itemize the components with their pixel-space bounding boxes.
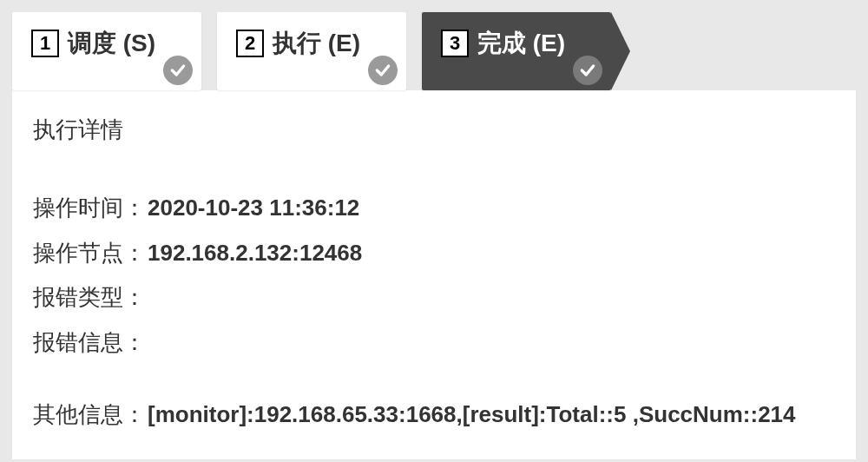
other-label: 其他信息：	[33, 397, 146, 433]
err-type-label: 报错类型：	[33, 280, 146, 316]
op-node-label: 操作节点：	[33, 235, 146, 272]
section-title: 执行详情	[33, 115, 835, 145]
op-time-label: 操作时间：	[33, 190, 146, 227]
op-time-value: 2020-10-23 11:36:12	[148, 190, 359, 227]
execution-detail-panel: 执行详情 操作时间： 2020-10-23 11:36:12 操作节点： 192…	[12, 90, 856, 459]
check-icon	[573, 56, 602, 85]
tab-label: 调度 (S)	[68, 30, 155, 57]
step-number: 1	[31, 30, 59, 57]
tab-label: 完成 (E)	[477, 30, 565, 57]
other-value: [monitor]:192.168.65.33:1668,[result]:To…	[148, 397, 796, 433]
row-err-info: 报错信息：	[33, 325, 835, 361]
tab-execute[interactable]: 2 执行 (E)	[217, 12, 406, 90]
tab-label: 执行 (E)	[273, 30, 360, 57]
step-number: 3	[441, 30, 469, 57]
row-other-info: 其他信息： [monitor]:192.168.65.33:1668,[resu…	[33, 397, 835, 433]
step-number: 2	[236, 30, 264, 57]
row-err-type: 报错类型：	[33, 280, 835, 316]
err-info-label: 报错信息：	[33, 325, 146, 361]
check-icon	[163, 56, 193, 85]
row-op-node: 操作节点： 192.168.2.132:12468	[33, 235, 835, 272]
step-tabs: 1 调度 (S) 2 执行 (E) 3 完成 (E)	[0, 0, 868, 90]
op-node-value: 192.168.2.132:12468	[148, 235, 362, 272]
check-icon	[368, 56, 398, 85]
tab-schedule[interactable]: 1 调度 (S)	[12, 12, 201, 90]
tab-complete[interactable]: 3 完成 (E)	[422, 12, 611, 90]
row-op-time: 操作时间： 2020-10-23 11:36:12	[33, 190, 835, 227]
